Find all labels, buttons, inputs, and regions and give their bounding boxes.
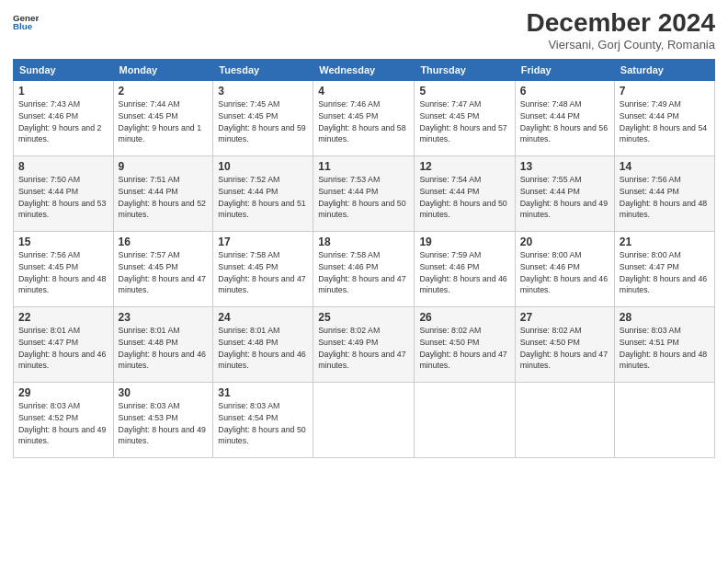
day-info: Sunrise: 8:00 AMSunset: 4:46 PMDaylight:… <box>520 250 608 295</box>
col-tuesday: Tuesday <box>213 59 313 80</box>
calendar-cell: 17 Sunrise: 7:58 AMSunset: 4:45 PMDaylig… <box>213 231 313 306</box>
day-number: 23 <box>119 311 209 324</box>
day-info: Sunrise: 7:47 AMSunset: 4:45 PMDaylight:… <box>419 99 506 144</box>
day-number: 22 <box>18 311 108 324</box>
day-number: 11 <box>318 160 409 173</box>
day-info: Sunrise: 7:48 AMSunset: 4:44 PMDaylight:… <box>520 99 608 144</box>
day-info: Sunrise: 7:50 AMSunset: 4:44 PMDaylight:… <box>18 175 106 220</box>
day-number: 17 <box>218 236 308 248</box>
day-number: 26 <box>419 311 509 324</box>
week-row-5: 29 Sunrise: 8:03 AMSunset: 4:52 PMDaylig… <box>14 382 715 457</box>
day-info: Sunrise: 8:02 AMSunset: 4:50 PMDaylight:… <box>419 326 506 371</box>
calendar-cell: 19 Sunrise: 7:59 AMSunset: 4:46 PMDaylig… <box>415 231 515 306</box>
calendar-header-row: Sunday Monday Tuesday Wednesday Thursday… <box>14 59 715 80</box>
calendar-cell: 25 Sunrise: 8:02 AMSunset: 4:49 PMDaylig… <box>313 306 415 382</box>
day-number: 15 <box>18 236 108 248</box>
day-info: Sunrise: 8:01 AMSunset: 4:47 PMDaylight:… <box>18 326 106 371</box>
day-info: Sunrise: 7:51 AMSunset: 4:44 PMDaylight:… <box>119 175 206 220</box>
calendar-cell: 20 Sunrise: 8:00 AMSunset: 4:46 PMDaylig… <box>515 231 614 306</box>
calendar-cell: 4 Sunrise: 7:46 AMSunset: 4:45 PMDayligh… <box>313 80 415 155</box>
calendar-cell: 11 Sunrise: 7:53 AMSunset: 4:44 PMDaylig… <box>313 155 415 231</box>
day-info: Sunrise: 7:57 AMSunset: 4:45 PMDaylight:… <box>119 250 206 295</box>
day-number: 8 <box>18 160 108 173</box>
calendar-cell: 14 Sunrise: 7:56 AMSunset: 4:44 PMDaylig… <box>614 155 714 231</box>
col-thursday: Thursday <box>415 59 515 80</box>
day-number: 2 <box>119 85 209 98</box>
calendar-cell: 23 Sunrise: 8:01 AMSunset: 4:48 PMDaylig… <box>113 306 213 382</box>
day-info: Sunrise: 7:45 AMSunset: 4:45 PMDaylight:… <box>218 99 305 144</box>
day-number: 30 <box>119 386 209 399</box>
calendar-cell <box>415 382 515 457</box>
calendar-cell: 9 Sunrise: 7:51 AMSunset: 4:44 PMDayligh… <box>113 155 213 231</box>
day-info: Sunrise: 7:56 AMSunset: 4:44 PMDaylight:… <box>620 175 707 220</box>
day-info: Sunrise: 8:02 AMSunset: 4:49 PMDaylight:… <box>318 326 405 371</box>
location-subtitle: Viersani, Gorj County, Romania <box>527 38 715 52</box>
calendar-cell: 21 Sunrise: 8:00 AMSunset: 4:47 PMDaylig… <box>614 231 714 306</box>
day-info: Sunrise: 7:44 AMSunset: 4:45 PMDaylight:… <box>119 99 201 144</box>
calendar-body: 1 Sunrise: 7:43 AMSunset: 4:46 PMDayligh… <box>14 80 715 457</box>
day-number: 9 <box>119 160 209 173</box>
day-info: Sunrise: 7:55 AMSunset: 4:44 PMDaylight:… <box>520 175 608 220</box>
calendar-cell: 1 Sunrise: 7:43 AMSunset: 4:46 PMDayligh… <box>14 80 114 155</box>
week-row-2: 8 Sunrise: 7:50 AMSunset: 4:44 PMDayligh… <box>14 155 715 231</box>
logo: General Blue <box>13 9 39 35</box>
day-info: Sunrise: 7:54 AMSunset: 4:44 PMDaylight:… <box>419 175 506 220</box>
day-number: 1 <box>18 85 108 98</box>
calendar-cell: 26 Sunrise: 8:02 AMSunset: 4:50 PMDaylig… <box>415 306 515 382</box>
calendar: Sunday Monday Tuesday Wednesday Thursday… <box>13 59 715 458</box>
week-row-4: 22 Sunrise: 8:01 AMSunset: 4:47 PMDaylig… <box>14 306 715 382</box>
day-info: Sunrise: 8:02 AMSunset: 4:50 PMDaylight:… <box>520 326 608 371</box>
calendar-cell: 6 Sunrise: 7:48 AMSunset: 4:44 PMDayligh… <box>515 80 614 155</box>
day-number: 27 <box>520 311 609 324</box>
logo-icon: General Blue <box>13 9 39 35</box>
calendar-cell: 22 Sunrise: 8:01 AMSunset: 4:47 PMDaylig… <box>14 306 114 382</box>
day-info: Sunrise: 8:03 AMSunset: 4:51 PMDaylight:… <box>620 326 707 371</box>
day-number: 3 <box>218 85 308 98</box>
calendar-cell: 7 Sunrise: 7:49 AMSunset: 4:44 PMDayligh… <box>614 80 714 155</box>
calendar-cell: 18 Sunrise: 7:58 AMSunset: 4:46 PMDaylig… <box>313 231 415 306</box>
day-number: 10 <box>218 160 308 173</box>
day-number: 20 <box>520 236 609 248</box>
day-number: 13 <box>520 160 609 173</box>
day-number: 18 <box>318 236 409 248</box>
day-info: Sunrise: 7:52 AMSunset: 4:44 PMDaylight:… <box>218 175 305 220</box>
calendar-cell: 30 Sunrise: 8:03 AMSunset: 4:53 PMDaylig… <box>113 382 213 457</box>
calendar-cell: 12 Sunrise: 7:54 AMSunset: 4:44 PMDaylig… <box>415 155 515 231</box>
day-number: 7 <box>620 85 710 98</box>
day-number: 28 <box>620 311 710 324</box>
calendar-cell <box>313 382 415 457</box>
day-info: Sunrise: 7:49 AMSunset: 4:44 PMDaylight:… <box>620 99 707 144</box>
day-info: Sunrise: 8:01 AMSunset: 4:48 PMDaylight:… <box>218 326 305 371</box>
day-info: Sunrise: 7:46 AMSunset: 4:45 PMDaylight:… <box>318 99 405 144</box>
page: General Blue December 2024 Viersani, Gor… <box>0 0 728 563</box>
day-number: 21 <box>620 236 710 248</box>
calendar-cell: 27 Sunrise: 8:02 AMSunset: 4:50 PMDaylig… <box>515 306 614 382</box>
day-number: 29 <box>18 386 108 399</box>
day-number: 5 <box>419 85 509 98</box>
title-block: December 2024 Viersani, Gorj County, Rom… <box>527 9 715 52</box>
day-info: Sunrise: 7:43 AMSunset: 4:46 PMDaylight:… <box>18 99 101 144</box>
day-info: Sunrise: 7:58 AMSunset: 4:45 PMDaylight:… <box>218 250 305 295</box>
day-number: 31 <box>218 386 308 399</box>
day-info: Sunrise: 7:58 AMSunset: 4:46 PMDaylight:… <box>318 250 405 295</box>
day-info: Sunrise: 8:01 AMSunset: 4:48 PMDaylight:… <box>119 326 206 371</box>
calendar-cell: 16 Sunrise: 7:57 AMSunset: 4:45 PMDaylig… <box>113 231 213 306</box>
week-row-3: 15 Sunrise: 7:56 AMSunset: 4:45 PMDaylig… <box>14 231 715 306</box>
day-info: Sunrise: 8:03 AMSunset: 4:52 PMDaylight:… <box>18 401 106 446</box>
day-info: Sunrise: 7:53 AMSunset: 4:44 PMDaylight:… <box>318 175 405 220</box>
day-number: 6 <box>520 85 609 98</box>
col-wednesday: Wednesday <box>313 59 415 80</box>
calendar-cell: 31 Sunrise: 8:03 AMSunset: 4:54 PMDaylig… <box>213 382 313 457</box>
header: General Blue December 2024 Viersani, Gor… <box>13 9 715 52</box>
calendar-cell: 24 Sunrise: 8:01 AMSunset: 4:48 PMDaylig… <box>213 306 313 382</box>
col-saturday: Saturday <box>614 59 714 80</box>
svg-text:Blue: Blue <box>13 21 33 31</box>
week-row-1: 1 Sunrise: 7:43 AMSunset: 4:46 PMDayligh… <box>14 80 715 155</box>
day-number: 12 <box>419 160 509 173</box>
day-info: Sunrise: 8:00 AMSunset: 4:47 PMDaylight:… <box>620 250 707 295</box>
calendar-cell: 29 Sunrise: 8:03 AMSunset: 4:52 PMDaylig… <box>14 382 114 457</box>
calendar-cell <box>515 382 614 457</box>
calendar-cell: 5 Sunrise: 7:47 AMSunset: 4:45 PMDayligh… <box>415 80 515 155</box>
calendar-cell: 2 Sunrise: 7:44 AMSunset: 4:45 PMDayligh… <box>113 80 213 155</box>
calendar-cell: 10 Sunrise: 7:52 AMSunset: 4:44 PMDaylig… <box>213 155 313 231</box>
